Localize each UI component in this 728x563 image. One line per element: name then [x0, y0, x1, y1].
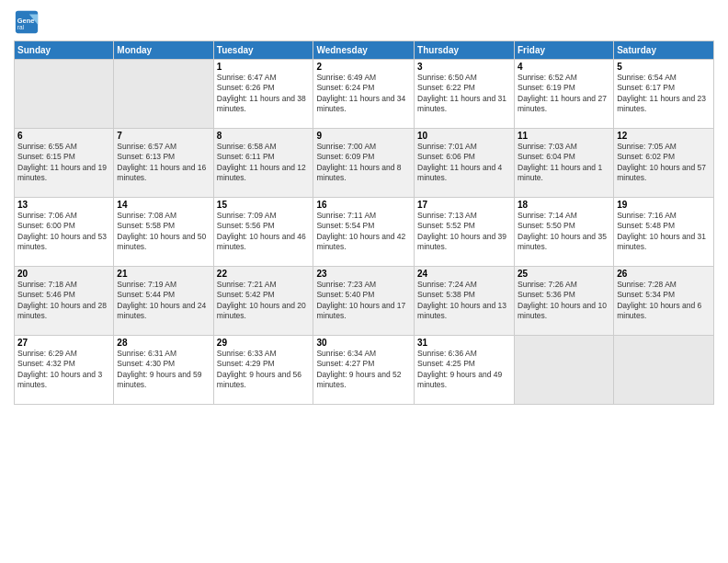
- day-number: 2: [316, 62, 411, 72]
- day-number: 31: [417, 338, 511, 348]
- day-info: Sunrise: 6:55 AM Sunset: 6:15 PM Dayligh…: [17, 142, 110, 184]
- day-info: Sunrise: 6:54 AM Sunset: 6:17 PM Dayligh…: [617, 73, 711, 115]
- day-number: 9: [316, 131, 411, 141]
- day-number: 16: [316, 200, 411, 210]
- day-info: Sunrise: 6:58 AM Sunset: 6:11 PM Dayligh…: [217, 142, 311, 184]
- day-cell: 27Sunrise: 6:29 AM Sunset: 4:32 PM Dayli…: [15, 336, 114, 405]
- day-info: Sunrise: 7:26 AM Sunset: 5:36 PM Dayligh…: [518, 280, 610, 322]
- day-info: Sunrise: 7:14 AM Sunset: 5:50 PM Dayligh…: [518, 211, 610, 253]
- day-number: 17: [417, 200, 511, 210]
- week-row-2: 6Sunrise: 6:55 AM Sunset: 6:15 PM Daylig…: [15, 129, 714, 198]
- day-number: 6: [17, 131, 110, 141]
- day-info: Sunrise: 7:16 AM Sunset: 5:48 PM Dayligh…: [617, 211, 711, 253]
- day-number: 18: [518, 200, 610, 210]
- day-number: 3: [417, 62, 511, 72]
- day-info: Sunrise: 7:19 AM Sunset: 5:44 PM Dayligh…: [117, 280, 210, 322]
- day-number: 21: [117, 269, 210, 279]
- day-number: 28: [117, 338, 210, 348]
- day-info: Sunrise: 6:50 AM Sunset: 6:22 PM Dayligh…: [417, 73, 511, 115]
- day-cell: 14Sunrise: 7:08 AM Sunset: 5:58 PM Dayli…: [114, 198, 213, 267]
- day-info: Sunrise: 6:47 AM Sunset: 6:26 PM Dayligh…: [217, 73, 311, 115]
- day-number: 27: [17, 338, 110, 348]
- day-cell: 29Sunrise: 6:33 AM Sunset: 4:29 PM Dayli…: [213, 336, 313, 405]
- day-cell: 1Sunrise: 6:47 AM Sunset: 6:26 PM Daylig…: [213, 60, 313, 129]
- header-row: SundayMondayTuesdayWednesdayThursdayFrid…: [15, 41, 714, 60]
- day-cell: [15, 60, 114, 129]
- day-number: 14: [117, 200, 210, 210]
- day-info: Sunrise: 7:08 AM Sunset: 5:58 PM Dayligh…: [117, 211, 210, 253]
- day-number: 24: [417, 269, 511, 279]
- day-info: Sunrise: 7:23 AM Sunset: 5:40 PM Dayligh…: [316, 280, 411, 322]
- day-cell: 13Sunrise: 7:06 AM Sunset: 6:00 PM Dayli…: [15, 198, 114, 267]
- day-cell: 21Sunrise: 7:19 AM Sunset: 5:44 PM Dayli…: [114, 267, 213, 336]
- day-info: Sunrise: 7:09 AM Sunset: 5:56 PM Dayligh…: [217, 211, 311, 253]
- day-cell: 30Sunrise: 6:34 AM Sunset: 4:27 PM Dayli…: [313, 336, 415, 405]
- day-info: Sunrise: 7:01 AM Sunset: 6:06 PM Dayligh…: [417, 142, 511, 184]
- header: Gene ral: [14, 9, 714, 35]
- day-cell: 20Sunrise: 7:18 AM Sunset: 5:46 PM Dayli…: [15, 267, 114, 336]
- day-number: 15: [217, 200, 311, 210]
- day-info: Sunrise: 6:52 AM Sunset: 6:19 PM Dayligh…: [518, 73, 610, 115]
- day-cell: 18Sunrise: 7:14 AM Sunset: 5:50 PM Dayli…: [515, 198, 614, 267]
- day-cell: 15Sunrise: 7:09 AM Sunset: 5:56 PM Dayli…: [213, 198, 313, 267]
- day-info: Sunrise: 6:29 AM Sunset: 4:32 PM Dayligh…: [17, 349, 110, 391]
- svg-text:ral: ral: [17, 24, 25, 30]
- day-info: Sunrise: 7:00 AM Sunset: 6:09 PM Dayligh…: [316, 142, 411, 184]
- day-number: 26: [617, 269, 711, 279]
- day-cell: [114, 60, 213, 129]
- day-number: 1: [217, 62, 311, 72]
- day-cell: 9Sunrise: 7:00 AM Sunset: 6:09 PM Daylig…: [313, 129, 415, 198]
- day-cell: 3Sunrise: 6:50 AM Sunset: 6:22 PM Daylig…: [415, 60, 515, 129]
- day-number: 23: [316, 269, 411, 279]
- day-cell: 4Sunrise: 6:52 AM Sunset: 6:19 PM Daylig…: [515, 60, 614, 129]
- day-info: Sunrise: 7:03 AM Sunset: 6:04 PM Dayligh…: [518, 142, 610, 184]
- day-number: 11: [518, 131, 610, 141]
- day-number: 5: [617, 62, 711, 72]
- day-cell: 2Sunrise: 6:49 AM Sunset: 6:24 PM Daylig…: [313, 60, 415, 129]
- col-header-thursday: Thursday: [415, 41, 515, 60]
- day-cell: 16Sunrise: 7:11 AM Sunset: 5:54 PM Dayli…: [313, 198, 415, 267]
- day-info: Sunrise: 7:18 AM Sunset: 5:46 PM Dayligh…: [17, 280, 110, 322]
- day-cell: 7Sunrise: 6:57 AM Sunset: 6:13 PM Daylig…: [114, 129, 213, 198]
- day-cell: 26Sunrise: 7:28 AM Sunset: 5:34 PM Dayli…: [614, 267, 714, 336]
- day-number: 25: [518, 269, 610, 279]
- col-header-saturday: Saturday: [614, 41, 714, 60]
- day-info: Sunrise: 7:24 AM Sunset: 5:38 PM Dayligh…: [417, 280, 511, 322]
- day-info: Sunrise: 6:31 AM Sunset: 4:30 PM Dayligh…: [117, 349, 210, 391]
- day-cell: 12Sunrise: 7:05 AM Sunset: 6:02 PM Dayli…: [614, 129, 714, 198]
- day-info: Sunrise: 6:36 AM Sunset: 4:25 PM Dayligh…: [417, 349, 511, 391]
- day-info: Sunrise: 7:11 AM Sunset: 5:54 PM Dayligh…: [316, 211, 411, 253]
- day-number: 20: [17, 269, 110, 279]
- day-number: 13: [17, 200, 110, 210]
- day-info: Sunrise: 7:06 AM Sunset: 6:00 PM Dayligh…: [17, 211, 110, 253]
- day-cell: 25Sunrise: 7:26 AM Sunset: 5:36 PM Dayli…: [515, 267, 614, 336]
- day-info: Sunrise: 6:34 AM Sunset: 4:27 PM Dayligh…: [316, 349, 411, 391]
- day-cell: 6Sunrise: 6:55 AM Sunset: 6:15 PM Daylig…: [15, 129, 114, 198]
- day-number: 8: [217, 131, 311, 141]
- calendar-table: SundayMondayTuesdayWednesdayThursdayFrid…: [14, 40, 714, 405]
- logo-icon: Gene ral: [14, 9, 40, 35]
- col-header-sunday: Sunday: [15, 41, 114, 60]
- day-info: Sunrise: 7:05 AM Sunset: 6:02 PM Dayligh…: [617, 142, 711, 184]
- day-cell: [515, 336, 614, 405]
- day-cell: 31Sunrise: 6:36 AM Sunset: 4:25 PM Dayli…: [415, 336, 515, 405]
- day-info: Sunrise: 6:57 AM Sunset: 6:13 PM Dayligh…: [117, 142, 210, 184]
- day-cell: 23Sunrise: 7:23 AM Sunset: 5:40 PM Dayli…: [313, 267, 415, 336]
- day-number: 7: [117, 131, 210, 141]
- col-header-tuesday: Tuesday: [213, 41, 313, 60]
- day-cell: 5Sunrise: 6:54 AM Sunset: 6:17 PM Daylig…: [614, 60, 714, 129]
- day-info: Sunrise: 6:33 AM Sunset: 4:29 PM Dayligh…: [217, 349, 311, 391]
- week-row-3: 13Sunrise: 7:06 AM Sunset: 6:00 PM Dayli…: [15, 198, 714, 267]
- day-info: Sunrise: 6:49 AM Sunset: 6:24 PM Dayligh…: [316, 73, 411, 115]
- day-number: 30: [316, 338, 411, 348]
- day-number: 22: [217, 269, 311, 279]
- day-cell: 11Sunrise: 7:03 AM Sunset: 6:04 PM Dayli…: [515, 129, 614, 198]
- day-info: Sunrise: 7:13 AM Sunset: 5:52 PM Dayligh…: [417, 211, 511, 253]
- day-cell: 10Sunrise: 7:01 AM Sunset: 6:06 PM Dayli…: [415, 129, 515, 198]
- day-cell: 24Sunrise: 7:24 AM Sunset: 5:38 PM Dayli…: [415, 267, 515, 336]
- day-cell: 22Sunrise: 7:21 AM Sunset: 5:42 PM Dayli…: [213, 267, 313, 336]
- week-row-5: 27Sunrise: 6:29 AM Sunset: 4:32 PM Dayli…: [15, 336, 714, 405]
- day-number: 10: [417, 131, 511, 141]
- day-cell: 28Sunrise: 6:31 AM Sunset: 4:30 PM Dayli…: [114, 336, 213, 405]
- day-cell: [614, 336, 714, 405]
